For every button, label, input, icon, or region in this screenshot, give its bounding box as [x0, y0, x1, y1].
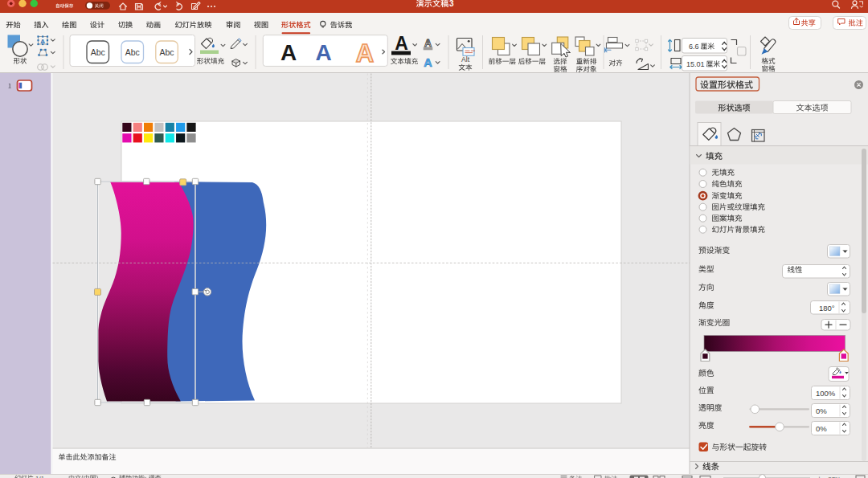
svg-text:87%: 87% [828, 476, 841, 478]
svg-text:Abc: Abc [125, 47, 140, 57]
svg-text:Abc: Abc [91, 47, 105, 57]
svg-text:0%: 0% [816, 407, 827, 415]
svg-text:Alt: Alt [461, 55, 470, 63]
svg-text:1/1: 1/1 [35, 475, 45, 478]
svg-text:Abc: Abc [159, 47, 174, 57]
svg-text:A: A [40, 38, 45, 45]
svg-text:A: A [316, 40, 332, 65]
svg-text:0%: 0% [816, 424, 827, 433]
svg-text:3: 3 [449, 0, 454, 8]
svg-text:A: A [395, 33, 408, 54]
svg-text:A: A [424, 56, 432, 69]
svg-text:100%: 100% [816, 389, 836, 398]
svg-text:A: A [356, 39, 374, 67]
svg-text:+: + [817, 475, 821, 478]
svg-text:15.01: 15.01 [686, 60, 705, 68]
svg-text:6.6: 6.6 [689, 43, 699, 51]
svg-text:180°: 180° [819, 304, 835, 313]
svg-text:A: A [280, 40, 297, 65]
